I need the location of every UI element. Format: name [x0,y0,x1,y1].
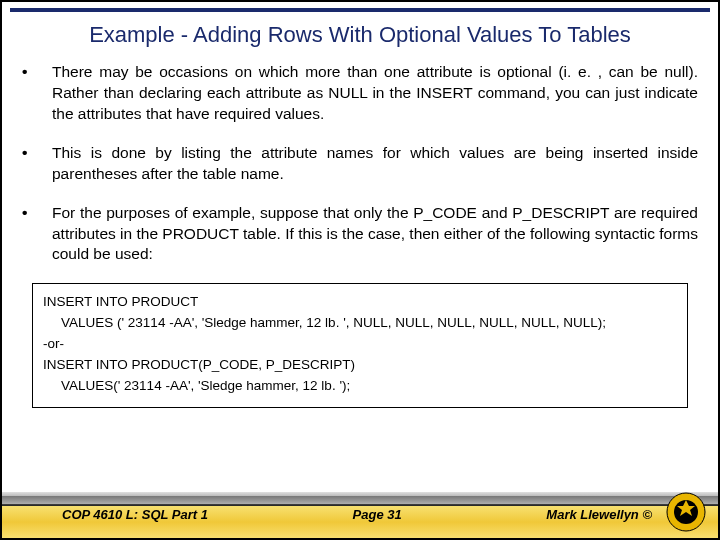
footer-page: Page 31 [208,507,546,522]
bullet-item: • This is done by listing the attribute … [22,143,698,185]
bullet-item: • For the purposes of example, suppose t… [22,203,698,266]
code-line: -or- [43,334,677,355]
bullet-text: For the purposes of example, suppose tha… [52,203,698,266]
bullet-item: • There may be occasions on which more t… [22,62,698,125]
slide: Example - Adding Rows With Optional Valu… [0,0,720,540]
code-line: INSERT INTO PRODUCT(P_CODE, P_DESCRIPT) [43,355,677,376]
code-line: INSERT INTO PRODUCT [43,292,677,313]
code-line: VALUES(' 23114 -AA', 'Sledge hammer, 12 … [43,376,677,397]
slide-title: Example - Adding Rows With Optional Valu… [2,12,718,62]
bullet-dot: • [22,203,52,266]
bullet-text: There may be occasions on which more tha… [52,62,698,125]
content-area: • There may be occasions on which more t… [2,62,718,490]
bullet-dot: • [22,143,52,185]
bullet-dot: • [22,62,52,125]
slide-footer: COP 4610 L: SQL Part 1 Page 31 Mark Llew… [2,490,718,538]
footer-left: COP 4610 L: SQL Part 1 [62,507,208,522]
code-line: VALUES (' 23114 -AA', 'Sledge hammer, 12… [43,313,677,334]
code-example-box: INSERT INTO PRODUCT VALUES (' 23114 -AA'… [32,283,688,408]
footer-right: Mark Llewellyn © [546,507,652,522]
ucf-logo-icon [666,492,706,532]
bullet-text: This is done by listing the attribute na… [52,143,698,185]
